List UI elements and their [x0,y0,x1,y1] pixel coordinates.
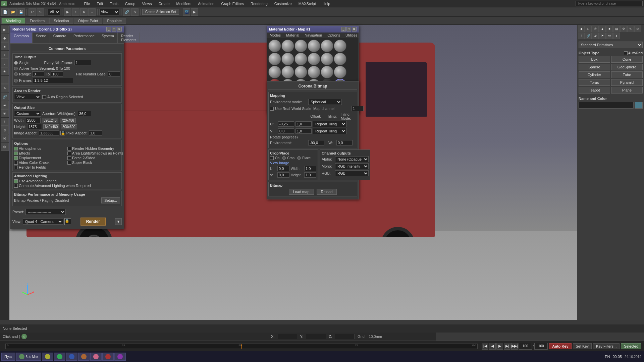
play-btn[interactable]: ▶ [496,343,503,350]
mat-sphere-13[interactable] [281,66,294,78]
bitmap-setup-btn[interactable]: Setup... [101,197,120,203]
view-lock-btn[interactable]: 🔒 [64,218,71,225]
mat-menu-modes[interactable]: Modes [267,33,283,38]
radio-place[interactable] [297,156,301,160]
btn-box[interactable]: Box [579,56,610,63]
map-channel-input[interactable] [352,106,364,111]
chk-video-color[interactable] [14,161,18,165]
rs-tab-system[interactable]: System [98,33,118,43]
color-swatch[interactable] [635,102,643,109]
mono-select[interactable]: RGB Intensity [335,163,369,169]
menu-group[interactable]: Group [124,1,137,6]
menu-animation[interactable]: Animation [197,1,216,6]
next-frame-btn[interactable]: ▶| [504,343,511,350]
sidebar-icon-1[interactable]: ▶ [1,25,9,34]
rp-icon-7[interactable]: ⚙ [620,25,627,32]
u-tiling-input[interactable] [296,121,312,127]
rp-icon-5[interactable]: ■ [606,25,613,32]
total-frames-input[interactable] [534,343,548,350]
open-btn[interactable]: 📂 [9,8,17,16]
radio-active[interactable] [14,67,18,70]
x-input[interactable] [277,334,297,339]
radio-single[interactable] [14,61,18,65]
u-offset-input[interactable] [278,121,294,127]
sidebar-icon-13[interactable]: ⊙ [1,126,9,134]
timeline-scrubber[interactable]: 0 25 50 75 100 [5,344,478,349]
view-select[interactable]: View [99,9,119,15]
rp-icon-11[interactable]: 🔗 [585,33,592,39]
chk-compute-advanced[interactable] [14,184,18,188]
quick-render-btn[interactable]: ▶ [191,8,198,16]
key-filters-btn[interactable]: Key Filters... [593,343,620,349]
u2-input[interactable] [277,166,289,171]
output-custom-select[interactable]: Custom [14,111,41,117]
sidebar-icon-5[interactable]: ⋮ [1,59,9,67]
autogrid-checkbox[interactable] [624,51,628,55]
menu-modifiers[interactable]: Modifiers [175,1,193,6]
unlink-btn[interactable]: ✎ [131,8,139,16]
rotate-btn[interactable]: ↻ [80,8,88,16]
chk-use-advanced[interactable] [14,179,18,183]
mat-sphere-1[interactable] [281,40,294,52]
px-aspect-input[interactable] [89,130,102,136]
rgb-select[interactable]: RGB [335,170,369,176]
sidebar-icon-9[interactable]: 🔗 [1,93,9,101]
taskbar-app5[interactable] [90,353,102,361]
preset-select[interactable]: ------------------- [25,209,66,215]
chk-real-world[interactable] [270,107,274,111]
menu-rendering[interactable]: Rendering [249,1,269,6]
move-btn[interactable]: ↕ [72,8,79,16]
btn-plane[interactable]: Plane [611,87,643,94]
sidebar-icon-8[interactable]: ✎ [1,84,9,92]
alpha-select[interactable]: None (Opaque) [335,156,369,162]
prev-key-btn[interactable]: |◀ [482,343,488,350]
chk-force-2sided[interactable] [67,156,71,160]
taskbar-app6[interactable] [102,353,114,361]
height2-input[interactable] [304,172,316,178]
taskbar-app7[interactable] [114,353,126,361]
rs-arrow-btn[interactable]: ▼ [115,218,122,225]
me-minimize-btn[interactable]: _ [341,27,346,32]
range-to-input[interactable] [51,71,63,77]
mat-menu-utilities[interactable]: Utilities [343,33,360,38]
btn-cone[interactable]: Cone [611,56,643,63]
taskbar-3dsmax[interactable]: 3ds Max [16,353,42,361]
chk-displacement[interactable] [14,156,18,160]
mat-sphere-16[interactable] [321,66,333,78]
chk-atmospherics[interactable] [14,147,18,150]
u-tiling-mode-select[interactable]: Repeat Tiling [313,121,346,127]
rp-icon-12[interactable]: ▰ [592,33,599,39]
menu-edit[interactable]: Edit [95,1,104,6]
z-input[interactable] [335,334,355,339]
reload-btn[interactable]: Reload [317,189,337,195]
mat-menu-options[interactable]: Options [325,33,343,38]
chk-effects[interactable] [14,152,18,155]
rp-icon-8[interactable]: ✎ [627,25,634,32]
width-input[interactable] [26,118,41,123]
rs-tab-performance[interactable]: Performance [70,33,98,43]
preset-720[interactable]: 720x486 [60,118,76,123]
rs-tab-render-elements[interactable]: Render Elements [118,33,140,43]
menu-file[interactable]: File [83,1,91,6]
undo-btn[interactable]: ↩ [29,8,36,16]
radio-frames[interactable] [14,79,18,82]
prev-frame-btn[interactable]: ◀ [489,343,496,350]
chk-super-black[interactable] [67,161,71,165]
menu-graph-editors[interactable]: Graph Editors [220,1,245,6]
mat-sphere-12[interactable] [268,66,281,78]
mat-sphere-0[interactable] [268,40,281,52]
rp-icon-10[interactable]: ⚚ [578,33,585,39]
preset-640[interactable]: 640x480 [43,124,59,129]
select-btn[interactable]: ▶ [64,8,71,16]
taskbar-app4[interactable] [78,353,90,361]
frames-input[interactable] [33,78,73,83]
btn-teapot[interactable]: Teapot [579,87,610,94]
rs-tab-camera[interactable]: Camera [50,33,70,43]
v-tiling-mode-select[interactable]: Repeat Tiling [313,128,346,134]
selection-filter[interactable]: All [48,9,60,15]
y-input[interactable] [306,334,326,339]
rp-icon-6[interactable]: ▤ [613,25,620,32]
range-from-input[interactable] [32,71,44,77]
mat-sphere-4[interactable] [321,40,333,52]
btn-sphere[interactable]: Sphere [579,64,610,70]
